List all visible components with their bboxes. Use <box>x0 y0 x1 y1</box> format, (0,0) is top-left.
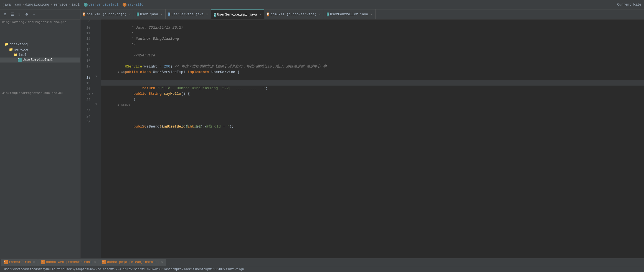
usage-hint-2: 1 usage <box>101 102 644 107</box>
breadcrumb-impl[interactable]: impl <box>72 3 80 7</box>
sidebar-label-impl: impl <box>19 53 27 57</box>
globe-icon[interactable]: ⊕ <box>2 12 8 17</box>
run-tab-close-dubbo-pojo[interactable]: ✕ <box>161 260 163 264</box>
tab-close-user[interactable]: ✕ <box>161 13 163 16</box>
ln-11: 11 <box>80 31 92 36</box>
breadcrumb-sep-1: › <box>12 3 14 7</box>
settings-icon[interactable]: ⚙ <box>24 12 29 17</box>
tab-close-pom-pojo[interactable]: ✕ <box>129 13 131 16</box>
breadcrumb-service[interactable]: service <box>53 3 67 7</box>
run-tab-dubbo-pojo[interactable]: m dubbo-pojo [clean,install] ✕ <box>99 259 166 266</box>
status-bar: .UserService&methods=sayHello,findUserBy… <box>0 266 644 272</box>
ln-9: 9 <box>80 19 92 25</box>
breadcrumb-bar: java › com › dingjiaxiong › service › im… <box>0 0 644 9</box>
ln-13: 13 <box>80 42 92 47</box>
tab-pom-dubbo-pojo[interactable]: m pom.xml (dubbo-pojo) ✕ <box>80 9 134 19</box>
tab-close-pom-service[interactable]: ✕ <box>319 13 321 16</box>
code-lines[interactable]: * date: 2022/11/13 20:27 * * @author Din… <box>101 19 644 258</box>
breadcrumb-sayhello[interactable]: sayHello <box>127 3 143 7</box>
sidebar-item-userserviceimpl[interactable]: C UserServiceImpl <box>0 58 80 63</box>
minimize-icon[interactable]: − <box>31 12 37 17</box>
code-line-19: return "Hello , Dubbo! DingJiaxiong. 222… <box>101 80 644 86</box>
status-bar-url: .UserService&methods=sayHello,findUserBy… <box>2 268 244 271</box>
ln-20: 20 <box>80 86 92 92</box>
sidebar-item-service[interactable]: 📁 service <box>0 47 80 52</box>
class-icon-userserviceimpl: C <box>18 58 22 62</box>
line-numbers: 9 10 11 12 13 14 15 16 17 18 19 20 21 22… <box>80 19 94 258</box>
tab-label-user: User.java <box>140 13 158 16</box>
run-tab-icon-dubbo-pojo: m <box>102 260 106 264</box>
tab-bar: ⊕ ☰ ⇅ ⚙ − m pom.xml (dubbo-pojo) ✕ C Use… <box>0 9 644 19</box>
breadcrumb-sep-6: › <box>120 3 121 7</box>
tab-close-userserviceimpl[interactable]: ✕ <box>260 13 262 16</box>
tab-icon-pom-service: m <box>267 13 269 16</box>
run-tab-label-tomcat7: tomcat7:run <box>9 260 31 264</box>
tab-pom-dubbo-service[interactable]: m pom.xml (dubbo-service) ✕ <box>264 9 324 19</box>
main-layout: DingJiaxiong\IdeaProjects\dubbo-pro 📁 dj… <box>0 19 644 258</box>
sidebar-item-djiaxiong[interactable]: 📁 djiaxiong <box>0 42 80 47</box>
ln-24: 24 <box>80 114 92 119</box>
tab-label-userserviceimpl: UserServiceImpl.java <box>217 13 257 17</box>
editor-area: 9 10 11 12 13 14 15 16 17 18 19 20 21 22… <box>80 19 644 258</box>
code-line-9: * date: 2022/11/13 20:27 <box>101 19 644 25</box>
ln-25: 25 <box>80 119 92 125</box>
sidebar-label-djiaxiong: djiaxiong <box>10 43 28 46</box>
code-line-25: System.out.println("查询id-0，查找 old = "); <box>101 118 644 124</box>
tab-user-java[interactable]: C User.java ✕ <box>134 9 166 19</box>
sidebar-path-bottom: JiaxiongIdeaProjects\dubbo-pro\du <box>0 90 80 96</box>
code-line-13 <box>101 42 644 47</box>
tab-label-usercontroller: UserController.java <box>330 13 368 16</box>
fold-icon-18[interactable]: ▼ <box>95 103 97 106</box>
ln-10: 10 <box>80 25 92 31</box>
breadcrumb-sep-3: › <box>50 3 52 7</box>
breadcrumb-sep-2: › <box>22 3 24 7</box>
breadcrumb-method-icon: m <box>123 3 126 7</box>
tab-icon-pom-pojo: m <box>83 13 85 16</box>
breadcrumb-class-icon: C <box>84 3 88 7</box>
run-tab-tomcat7[interactable]: m tomcat7:run ✕ <box>1 259 38 266</box>
tab-close-userservice[interactable]: ✕ <box>206 13 208 16</box>
breadcrumb-java[interactable]: java <box>3 3 11 7</box>
code-line-18: ● ▼ public String sayHello() { <box>101 74 644 80</box>
code-line-22 <box>101 97 644 102</box>
list-icon[interactable]: ☰ <box>9 12 15 17</box>
tab-userservice-java[interactable]: I UserService.java ✕ <box>166 9 211 19</box>
ln-12: 12 <box>80 36 92 42</box>
code-line-12: */ <box>101 36 644 42</box>
tab-label-userservice: UserService.java <box>172 13 204 16</box>
tab-label-pom-service: pom.xml (dubbo-service) <box>271 13 317 16</box>
sidebar: DingJiaxiong\IdeaProjects\dubbo-pro 📁 dj… <box>0 19 80 258</box>
fold-icon-12[interactable]: ▼ <box>95 75 97 78</box>
code-line-24 <box>101 113 644 118</box>
folder-icon-impl: 📁 <box>13 53 17 57</box>
ln-22: 22 <box>80 97 92 103</box>
code-line-16: @Service(weight = 200) // 将这个类提供的方法【服务】对… <box>101 58 644 64</box>
run-tab-dubbo-web[interactable]: m dubbo-web [tomcat7:run] ✕ <box>38 259 99 266</box>
tab-icon-usercontroller: C <box>327 13 329 16</box>
run-tab-close-dubbo-web[interactable]: ✕ <box>94 260 96 264</box>
tab-close-usercontroller[interactable]: ✕ <box>371 13 372 16</box>
gutter: ▼ ▼ <box>94 19 101 258</box>
tab-icon-userserviceimpl: C <box>214 13 216 17</box>
folder-icon-service: 📁 <box>9 48 13 52</box>
sort-icon[interactable]: ⇅ <box>17 12 22 17</box>
ln-18: 18 <box>80 75 92 81</box>
code-line-15 <box>101 53 644 58</box>
sidebar-item-impl[interactable]: 📁 impl <box>0 52 80 58</box>
run-tab-close-tomcat7[interactable]: ✕ <box>33 260 35 264</box>
folder-icon-djiaxiong: 📁 <box>4 42 9 46</box>
current-file-label: Current File <box>617 3 641 7</box>
tab-usercontroller-java[interactable]: C UserController.java ✕ <box>324 9 376 19</box>
tab-icon-userservice: I <box>168 13 170 16</box>
code-line-23: ● ▼ public User findUserById(int id) { <box>101 107 644 113</box>
ln-16: 16 <box>80 58 92 64</box>
code-line-14: //@Service <box>101 47 644 53</box>
tab-userserviceimpl-java[interactable]: C UserServiceImpl.java ✕ <box>211 9 265 19</box>
tab-icon-user: C <box>137 13 139 16</box>
breadcrumb-com[interactable]: com <box>15 3 21 7</box>
sidebar-label-userserviceimpl: UserServiceImpl <box>23 58 53 62</box>
sidebar-label-service: service <box>14 48 28 52</box>
ln-usage1 <box>80 69 92 75</box>
breadcrumb-userserviceimpl[interactable]: UserServiceImpl <box>88 3 118 7</box>
breadcrumb-dingjiaxiong[interactable]: dingjiaxiong <box>25 3 49 7</box>
